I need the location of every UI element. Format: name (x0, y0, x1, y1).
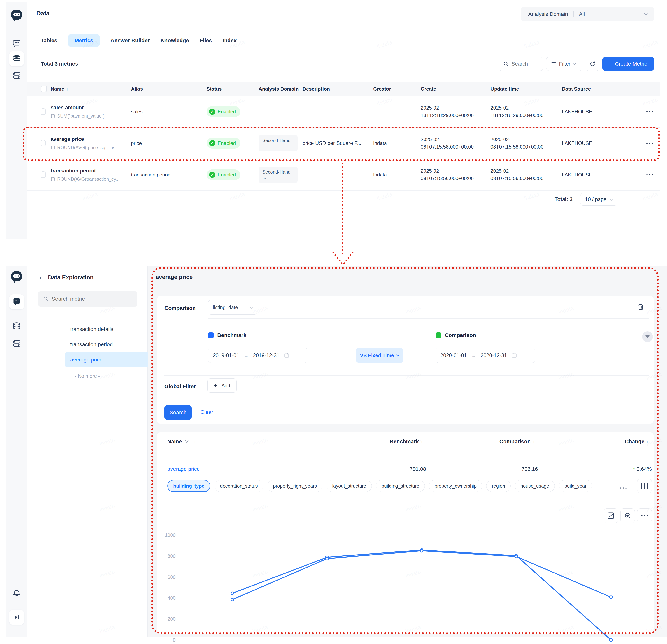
create-metric-label: Create Metric (615, 61, 647, 67)
funnel-icon[interactable] (184, 439, 189, 444)
analysis-domain-select[interactable]: Analysis Domain All (521, 7, 654, 21)
tab-bar: Tables Metrics Answer Builder Knowledge … (41, 34, 237, 47)
row-actions-icon[interactable] (646, 143, 653, 144)
row-actions-icon[interactable] (646, 111, 653, 112)
select-all-checkbox[interactable] (40, 86, 47, 92)
domain-tag: Second-Hand ... (259, 135, 297, 151)
start-date[interactable]: 2019-01-01 (213, 352, 239, 359)
sort-icon[interactable] (192, 439, 196, 445)
metrics-search-box[interactable] (499, 57, 543, 71)
cell-create: 2025-02-08T07:15:56.000+00:00 (421, 167, 486, 182)
page-size-select[interactable]: 10 / page (580, 193, 617, 206)
sidebar-data-icon[interactable] (12, 321, 21, 331)
comparison-date-range[interactable]: 2020-01-01 2020-12-31 (436, 348, 535, 363)
sidebar-sources-icon[interactable] (12, 71, 21, 80)
dimension-pill[interactable]: layout_structure (327, 480, 372, 492)
dimension-pill[interactable]: region (486, 480, 511, 492)
end-date[interactable]: 2020-12-31 (481, 352, 507, 359)
check-icon: ✓ (209, 140, 215, 146)
notification-bell-icon[interactable] (12, 588, 21, 597)
app-logo-icon[interactable] (11, 10, 22, 20)
divider (157, 452, 654, 452)
col-create[interactable]: Create (421, 82, 490, 96)
row-checkbox[interactable] (40, 140, 46, 146)
chart-more-button[interactable] (637, 509, 652, 523)
result-metric-link[interactable]: average price (167, 466, 200, 472)
dimension-pill[interactable]: property_right_years (267, 480, 322, 492)
global-filter-label: Global Filter (164, 383, 196, 390)
create-metric-button[interactable]: Create Metric (602, 57, 654, 71)
col-name[interactable]: Name (51, 82, 131, 96)
range-arrow-icon (471, 352, 476, 359)
sidebar-chat-icon-active[interactable] (9, 294, 24, 309)
comparison-value: 796.16 (494, 466, 538, 472)
results-header-change[interactable]: Change (620, 439, 649, 445)
add-filter-button[interactable]: Add (208, 379, 237, 393)
results-header-benchmark[interactable]: Benchmark (383, 439, 423, 445)
benchmark-date-range[interactable]: 2019-01-01 2019-12-31 (208, 348, 308, 363)
calendar-icon (511, 353, 517, 358)
tab-tables[interactable]: Tables (41, 37, 58, 44)
dimension-pill[interactable]: build_year (559, 480, 592, 492)
exploration-nav-panel: Data Exploration transaction details tra… (27, 266, 148, 637)
dimension-pill[interactable]: decoration_status (214, 480, 263, 492)
dimension-pill[interactable]: property_ownership (429, 480, 482, 492)
vs-fixed-time-select[interactable]: VS Fixed Time (356, 348, 403, 363)
tab-knowledge[interactable]: Knowledge (160, 37, 189, 44)
metric-search-input[interactable] (52, 296, 128, 302)
total-count: Total: 3 (555, 197, 572, 202)
col-update[interactable]: Update time (490, 82, 562, 96)
more-dimensions-icon[interactable] (620, 488, 627, 489)
dimension-pill[interactable]: building_structure (376, 480, 425, 492)
table-row-name[interactable]: transaction period ROUND(AVG(transaction… (51, 159, 131, 191)
metric-search-box[interactable] (38, 291, 137, 307)
sidebar-chat-icon[interactable] (12, 38, 21, 48)
tab-files[interactable]: Files (200, 37, 212, 44)
app-logo-icon[interactable] (11, 271, 22, 281)
refresh-button[interactable] (586, 57, 599, 71)
row-checkbox[interactable] (40, 109, 46, 115)
tab-metrics[interactable]: Metrics (68, 34, 100, 47)
status-badge: ✓Enabled (207, 138, 240, 149)
results-header-name[interactable]: Name (167, 439, 196, 445)
cell-source: LAKEHOUSE (562, 159, 646, 191)
search-button[interactable]: Search (164, 405, 192, 420)
row-actions-icon[interactable] (646, 174, 653, 176)
row-checkbox[interactable] (40, 171, 46, 178)
clear-button[interactable]: Clear (200, 409, 213, 415)
chevron-down-icon (249, 305, 253, 309)
sidebar-sources-icon[interactable] (12, 339, 21, 348)
tab-answer-builder[interactable]: Answer Builder (111, 37, 150, 44)
svg-text:1000: 1000 (165, 532, 176, 538)
dimension-select[interactable]: listing_date (208, 300, 257, 315)
status-badge: ✓Enabled (207, 106, 240, 117)
end-date[interactable]: 2019-12-31 (253, 352, 279, 359)
collapse-section-button[interactable] (642, 331, 653, 342)
metrics-search-input[interactable] (511, 61, 536, 67)
chart-type-button[interactable] (603, 509, 618, 523)
search-icon (43, 296, 49, 302)
dimension-value: listing_date (213, 304, 238, 311)
table-row-name[interactable]: average price ROUND(AVG(`price_sqft_us..… (51, 128, 131, 159)
delete-comparison-button[interactable] (637, 303, 645, 312)
range-arrow-icon (244, 352, 248, 359)
filter-button[interactable]: Filter (546, 57, 583, 71)
collapse-sidebar-button[interactable] (9, 610, 24, 625)
col-domain: Analysis Domain (259, 82, 303, 96)
dimension-list-button[interactable] (637, 479, 652, 493)
cell-update: 2025-02-08T07:15:58.000+00:00 (490, 136, 555, 151)
start-date[interactable]: 2020-01-01 (440, 352, 467, 359)
tab-index[interactable]: Index (223, 37, 237, 44)
dimension-pill[interactable]: house_usage (515, 480, 555, 492)
svg-text:200: 200 (167, 616, 176, 622)
results-header-comparison[interactable]: Comparison (494, 439, 535, 445)
back-chevron-icon[interactable] (39, 276, 43, 280)
cell-source: LAKEHOUSE (562, 96, 646, 128)
check-icon: ✓ (209, 172, 215, 178)
sidebar-data-icon-active[interactable] (9, 51, 24, 66)
target-settings-button[interactable] (620, 509, 635, 523)
cell-update: 2025-02-18T12:18:29.000+00:00 (490, 104, 555, 119)
plus-icon (609, 61, 615, 67)
dimension-pill-active[interactable]: building_type (167, 480, 210, 492)
table-row-name[interactable]: sales amount SUM(`payment_value`) (51, 96, 131, 128)
